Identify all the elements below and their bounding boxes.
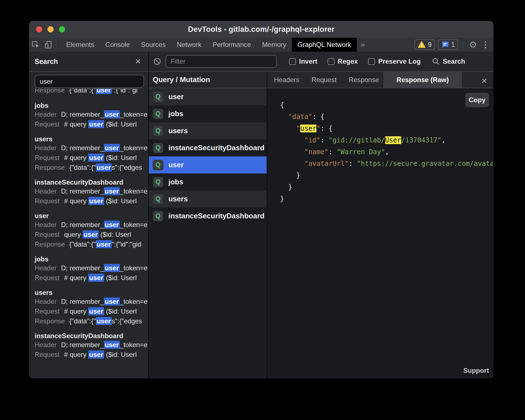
devtools-body: Search ✕ Response{"data":{"user":{"id":"…: [29, 52, 493, 378]
close-search-panel-icon[interactable]: ✕: [133, 56, 143, 67]
query-row-jobs[interactable]: Qjobs: [149, 173, 267, 190]
search-result-row[interactable]: HeaderD; remember_user_token=e: [35, 340, 148, 350]
gear-icon[interactable]: ⚙: [467, 40, 479, 49]
support-link[interactable]: Support: [463, 367, 489, 374]
detail-tab-headers[interactable]: Headers: [274, 72, 299, 88]
search-result-row[interactable]: Request# query user ($id: UserI: [35, 273, 148, 283]
search-result-row[interactable]: Requestquery user ($id: UserI: [35, 230, 148, 239]
tab-console[interactable]: Console: [100, 38, 135, 52]
result-row-label: Response: [35, 163, 65, 172]
search-result-row[interactable]: Request# query user ($id: UserI: [35, 350, 148, 359]
device-toolbar-icon[interactable]: [42, 38, 55, 52]
search-result-row[interactable]: Request# query user ($id: UserI: [35, 196, 148, 206]
copy-button[interactable]: Copy: [465, 93, 489, 107]
query-row-instancesecuritydashboard[interactable]: QinstanceSecurityDashboard: [149, 139, 267, 156]
network-region: InvertRegexPreserve Log Search: [149, 52, 493, 378]
result-row-label: Header: [35, 340, 57, 350]
detail-tab-response[interactable]: Response: [349, 72, 379, 88]
detail-tab-response-raw[interactable]: Response (Raw): [383, 72, 462, 88]
match-highlight: user: [104, 187, 120, 195]
tab-graphql-network[interactable]: GraphQL Network: [292, 38, 357, 52]
search-result-row[interactable]: Request# query user ($id: UserI: [35, 119, 148, 129]
desktop-background: DevTools - gitlab.com/-/graphql-explorer…: [0, 0, 525, 420]
search-panel-header: Search ✕: [29, 52, 148, 72]
json-response: { "data": { "user": { "id": "gid://gitla…: [267, 88, 493, 205]
search-result-row[interactable]: Response{"data":{"users":{"edges: [35, 316, 148, 326]
tab-sources[interactable]: Sources: [135, 38, 171, 52]
messages-badge[interactable]: 1: [438, 39, 458, 50]
result-row-value: # query user ($id: UserI: [64, 120, 137, 128]
result-row-value: D; remember_user_token=e: [61, 297, 148, 306]
checkbox-preserve-log[interactable]: Preserve Log: [368, 58, 421, 65]
json-line: "id": "gid://gitlab/User/13704317",: [280, 134, 493, 146]
tab-memory[interactable]: Memory: [257, 38, 292, 52]
zoom-window-button[interactable]: [59, 26, 65, 32]
query-badge-icon: Q: [153, 160, 163, 170]
match-highlight: user: [104, 110, 120, 118]
query-row-label: user: [168, 92, 184, 101]
search-result-row[interactable]: Response{"data":{"user":{"id":"gid: [35, 239, 148, 249]
query-row-jobs[interactable]: Qjobs: [149, 105, 267, 122]
query-row-label: instanceSecurityDashboard: [168, 144, 264, 152]
more-menu-icon[interactable]: [481, 41, 490, 48]
clipped-search-result[interactable]: Response{"data":{"user":{"id":"gi: [35, 89, 148, 96]
match-highlight: user: [96, 163, 112, 171]
search-match-highlight: User: [385, 136, 401, 144]
search-input[interactable]: [35, 75, 144, 88]
match-highlight: user: [104, 297, 120, 306]
search-result-row[interactable]: Request# query user ($id: UserI: [35, 153, 148, 163]
search-result-row[interactable]: Request# query user ($id: UserI: [35, 306, 148, 316]
close-detail-icon[interactable]: ✕: [479, 76, 490, 87]
toolbar-right-cluster: 9 1 ⚙: [414, 38, 490, 52]
result-row-label: Header: [35, 109, 57, 119]
search-result-row[interactable]: HeaderD; remember_user_token=e: [35, 109, 148, 119]
detail-tabs: HeadersRequestResponseResponse (Raw) ✕: [267, 72, 493, 88]
inspect-icon[interactable]: [29, 38, 42, 52]
window-controls: [36, 21, 65, 38]
result-row-value: # query user ($id: UserI: [64, 307, 137, 315]
match-highlight: user: [96, 317, 112, 325]
query-row-users[interactable]: Qusers: [149, 190, 267, 207]
result-section-title: jobs: [35, 102, 148, 109]
checkbox-invert[interactable]: Invert: [289, 58, 317, 65]
tab-elements[interactable]: Elements: [61, 38, 100, 52]
query-list-header: Query / Mutation: [149, 72, 267, 88]
more-tabs-chevron-icon[interactable]: »: [357, 40, 369, 49]
search-result-row[interactable]: HeaderD; remember_user_token=e: [35, 186, 148, 196]
checkbox-label-invert: Invert: [299, 58, 317, 65]
checkbox-regex[interactable]: Regex: [328, 58, 358, 65]
result-section-title: instanceSecurityDashboard: [35, 178, 148, 186]
tab-performance[interactable]: Performance: [207, 38, 256, 52]
filter-bar: InvertRegexPreserve Log Search: [149, 52, 493, 72]
search-result-row[interactable]: HeaderD; remember_user_token=e: [35, 297, 148, 306]
search-icon: [432, 58, 440, 65]
match-highlight: user: [83, 230, 99, 238]
search-result-row[interactable]: HeaderD; remember_user_token=e: [35, 220, 148, 230]
result-row-value: query user ($id: UserI: [64, 230, 131, 238]
minimize-window-button[interactable]: [47, 26, 54, 32]
search-result-row[interactable]: Response{"data":{"users":{"edges: [35, 163, 148, 172]
tab-network[interactable]: Network: [171, 38, 207, 52]
search-result-row[interactable]: HeaderD; remember_user_token=e: [35, 263, 148, 273]
query-row-instancesecuritydashboard[interactable]: QinstanceSecurityDashboard: [149, 207, 267, 225]
block-icon[interactable]: [153, 58, 161, 65]
devtools-window: DevTools - gitlab.com/-/graphql-explorer…: [29, 21, 493, 378]
filter-search-toggle[interactable]: Search: [432, 58, 465, 65]
query-row-label: jobs: [168, 109, 183, 118]
filter-search-label: Search: [443, 58, 465, 65]
detail-tab-request[interactable]: Request: [312, 72, 337, 88]
search-result-row[interactable]: Response{"data":{"user":{"id":"gi: [35, 89, 148, 95]
query-row-user[interactable]: Quser: [149, 156, 267, 173]
result-row-value: D; remember_user_token=e: [61, 341, 148, 349]
warnings-badge[interactable]: 9: [414, 39, 435, 50]
query-row-users[interactable]: Qusers: [149, 122, 267, 139]
filter-input[interactable]: [166, 55, 277, 68]
result-row-label: Response: [35, 316, 65, 326]
close-window-button[interactable]: [36, 26, 42, 32]
title-bar: DevTools - gitlab.com/-/graphql-explorer: [29, 21, 493, 38]
search-result-row[interactable]: HeaderD; remember_user_token=e: [35, 143, 148, 153]
result-row-label: Header: [35, 220, 57, 230]
query-row-user[interactable]: Quser: [149, 88, 267, 105]
query-row-label: users: [168, 195, 188, 203]
match-highlight: user: [104, 264, 120, 272]
